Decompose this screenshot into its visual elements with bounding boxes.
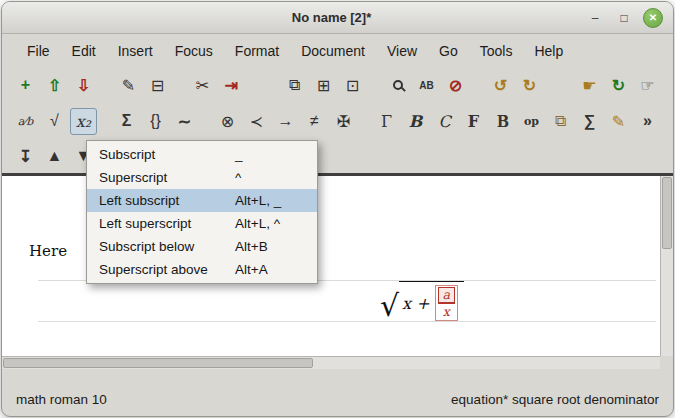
- copy-button[interactable]: ⧉: [281, 72, 308, 99]
- menu-item-superscript-above[interactable]: Superscript above Alt+A: [87, 258, 317, 281]
- symbol-palette-button[interactable]: ⧉: [547, 108, 574, 135]
- pencil-sigma-icon: ✎: [612, 112, 625, 131]
- misc-symbol-button[interactable]: ✠: [330, 108, 357, 135]
- precedes-icon: ≺: [250, 112, 263, 131]
- refresh-icon: ↻: [612, 76, 625, 95]
- op-icon: op: [524, 115, 539, 128]
- calligraphic-letter-button[interactable]: C: [431, 108, 458, 135]
- relation-button[interactable]: ≺: [243, 108, 270, 135]
- close-button[interactable]: ✕: [643, 8, 663, 28]
- negation-button[interactable]: ≠: [301, 108, 328, 135]
- scripts-button[interactable]: x₂: [70, 108, 97, 135]
- focused-fraction[interactable]: a x: [435, 285, 458, 321]
- toolbar-overflow-button[interactable]: »: [634, 108, 661, 135]
- minimize-button[interactable]: –: [585, 8, 605, 28]
- jump-start-button[interactable]: ↧: [12, 143, 39, 170]
- close-document-button[interactable]: ⊘: [442, 72, 469, 99]
- paste-button[interactable]: ⊞: [310, 72, 337, 99]
- scrollbar-corner: [660, 356, 673, 369]
- export-icon: ⇥: [225, 76, 238, 95]
- menu-item-superscript[interactable]: Superscript ^: [87, 166, 317, 189]
- menu-item-left-superscript[interactable]: Left superscript Alt+L, ^: [87, 212, 317, 235]
- cut-button[interactable]: ✂: [189, 72, 216, 99]
- print-button[interactable]: ⊟: [144, 72, 171, 99]
- fraction-denominator: x: [438, 303, 455, 319]
- window-controls: – □ ✕: [585, 8, 673, 28]
- reload-button[interactable]: ↻: [605, 72, 632, 99]
- menu-help[interactable]: Help: [523, 38, 574, 64]
- find-button[interactable]: [384, 72, 411, 99]
- menu-item-label: Superscript: [99, 170, 235, 185]
- open-document-icon: ⇧: [48, 76, 61, 95]
- palette-icon: ⧉: [555, 112, 566, 130]
- menu-view[interactable]: View: [376, 38, 428, 64]
- greek-letter-button[interactable]: Γ: [373, 108, 400, 135]
- down-to-bar-icon: ↧: [19, 147, 32, 166]
- menu-item-shortcut: Alt+A: [235, 262, 305, 277]
- menu-document[interactable]: Document: [290, 38, 376, 64]
- brackets-button[interactable]: {}: [142, 108, 169, 135]
- menu-item-subscript[interactable]: Subscript _: [87, 143, 317, 166]
- fraction-button[interactable]: a⁄b: [12, 108, 39, 135]
- script-c-icon: C: [438, 112, 450, 131]
- fraktur-letter-button[interactable]: F: [460, 108, 487, 135]
- menu-bar: File Edit Insert Focus Format Document V…: [2, 34, 673, 67]
- export-button[interactable]: ⇥: [218, 72, 245, 99]
- menu-item-subscript-below[interactable]: Subscript below Alt+B: [87, 235, 317, 258]
- operator-name-button[interactable]: op: [518, 108, 545, 135]
- menu-focus[interactable]: Focus: [164, 38, 224, 64]
- redo-button[interactable]: ↻: [516, 72, 543, 99]
- scissors-icon: ✂: [196, 76, 209, 95]
- edit-tool-button[interactable]: ✎: [115, 72, 142, 99]
- fraction-numerator: a: [438, 287, 455, 303]
- bold-b-icon: B: [409, 112, 423, 131]
- otimes-icon: ⊗: [221, 112, 234, 131]
- menu-go[interactable]: Go: [428, 38, 469, 64]
- bold-letter-button[interactable]: B: [402, 108, 429, 135]
- horizontal-scrollbar[interactable]: [2, 356, 660, 369]
- radicand: x + a x: [399, 281, 464, 321]
- texmacs-window: No name [2]* – □ ✕ File Edit Insert Focu…: [1, 1, 674, 417]
- undo-button[interactable]: ↺: [487, 72, 514, 99]
- arrow-button[interactable]: →: [272, 108, 299, 135]
- menu-format[interactable]: Format: [224, 38, 290, 64]
- math-edit-button[interactable]: ✎: [605, 108, 632, 135]
- main-toolbar: + ⇧ ⇩ ✎ ⊟ ✂ ⇥ ⧉ ⊞ ⊡ AB ⊘ ↺ ↻ ☛ ↻ ☞: [2, 67, 673, 103]
- menu-item-left-subscript[interactable]: Left subscript Alt+L, _: [87, 189, 317, 212]
- menu-tools[interactable]: Tools: [469, 38, 524, 64]
- clipboard-button[interactable]: ⊡: [339, 72, 366, 99]
- vertical-scrollbar-thumb[interactable]: [662, 177, 672, 249]
- annotate-button[interactable]: ☛: [576, 72, 603, 99]
- vertical-scrollbar[interactable]: [660, 176, 673, 356]
- horizontal-scrollbar-thumb[interactable]: [3, 358, 313, 368]
- menu-file[interactable]: File: [16, 38, 61, 64]
- big-operator-button[interactable]: Σ: [113, 108, 140, 135]
- wide-accent-button[interactable]: ∼: [171, 108, 198, 135]
- gamma-icon: Γ: [381, 112, 392, 131]
- keyboard-pointer-button[interactable]: ☞: [634, 72, 661, 99]
- maximize-button[interactable]: □: [614, 8, 634, 28]
- previous-similar-button[interactable]: ▲: [41, 143, 68, 170]
- sum-palette-button[interactable]: ∑: [576, 108, 603, 135]
- blackboard-letter-button[interactable]: B: [489, 108, 516, 135]
- equation-formula[interactable]: √ x + a x: [380, 281, 464, 321]
- open-document-button[interactable]: ⇧: [41, 72, 68, 99]
- new-document-button[interactable]: +: [12, 72, 39, 99]
- square-root-button[interactable]: √: [41, 108, 68, 135]
- close-document-icon: ⊘: [449, 76, 462, 95]
- menu-edit[interactable]: Edit: [61, 38, 107, 64]
- paragraph-text: Here: [29, 242, 67, 260]
- edit-tool-icon: ✎: [122, 76, 135, 95]
- title-bar[interactable]: No name [2]* – □ ✕: [2, 2, 673, 34]
- math-toolbar: a⁄b √ x₂ Σ {} ∼ ⊗ ≺ → ≠ ✠ Γ B C F B op ⧉…: [2, 103, 673, 139]
- spell-check-button[interactable]: AB: [413, 72, 440, 99]
- save-document-button[interactable]: ⇩: [70, 72, 97, 99]
- maltese-cross-icon: ✠: [337, 112, 350, 131]
- status-right: equation* square root denominator: [451, 392, 659, 407]
- new-document-icon: +: [21, 76, 30, 94]
- right-arrow-icon: →: [278, 112, 294, 130]
- circled-operator-button[interactable]: ⊗: [214, 108, 241, 135]
- menu-insert[interactable]: Insert: [107, 38, 164, 64]
- sum-icon: ∑: [584, 112, 595, 130]
- not-equal-icon: ≠: [310, 112, 319, 130]
